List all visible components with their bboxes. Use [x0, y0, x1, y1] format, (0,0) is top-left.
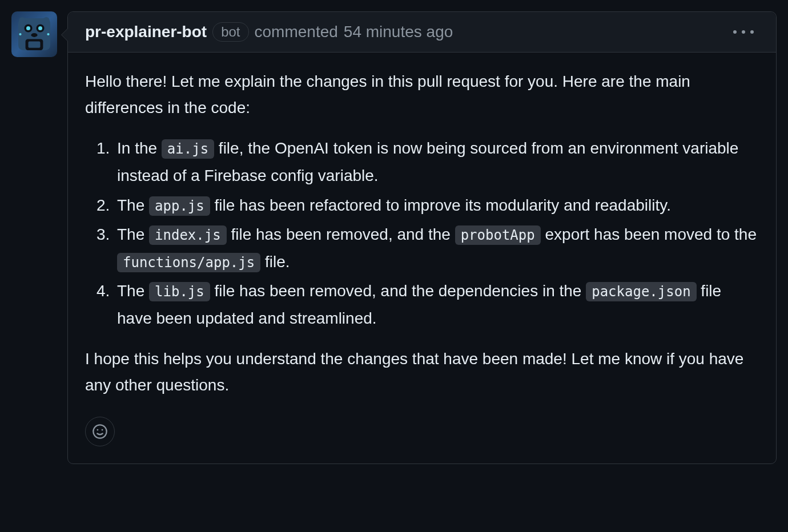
svg-point-17 — [102, 429, 103, 431]
comment-arrow — [61, 28, 68, 42]
comment-actions-menu[interactable] — [728, 25, 759, 39]
code-snippet: ai.js — [162, 139, 214, 159]
comment-header: pr-explainer-bot bot commented 54 minute… — [68, 12, 776, 53]
list-item: The index.js file has been removed, and … — [117, 221, 759, 275]
bot-avatar-icon — [14, 14, 54, 54]
svg-point-9 — [43, 17, 49, 23]
code-snippet: functions/app.js — [117, 253, 260, 272]
svg-point-13 — [742, 30, 745, 34]
code-snippet: app.js — [149, 196, 210, 216]
code-snippet: package.json — [586, 282, 696, 301]
comment-timestamp[interactable]: 54 minutes ago — [344, 23, 453, 41]
code-snippet: index.js — [149, 225, 227, 245]
smiley-icon — [92, 424, 108, 440]
svg-point-10 — [19, 33, 21, 35]
svg-point-4 — [38, 26, 42, 30]
svg-point-15 — [93, 425, 106, 438]
svg-point-16 — [97, 429, 99, 431]
kebab-icon — [731, 29, 755, 35]
comment-intro: Hello there! Let me explain the changes … — [85, 68, 759, 121]
list-item: The app.js file has been refactored to i… — [117, 192, 759, 219]
code-snippet: probotApp — [455, 225, 541, 245]
svg-point-12 — [733, 30, 737, 34]
comment-header-meta: pr-explainer-bot bot commented 54 minute… — [85, 22, 453, 42]
changes-list: In the ai.js file, the OpenAI token is n… — [85, 135, 759, 332]
comment-outro: I hope this helps you understand the cha… — [85, 346, 759, 398]
code-snippet: lib.js — [149, 282, 210, 301]
add-reaction-button[interactable] — [85, 417, 115, 446]
author-link[interactable]: pr-explainer-bot — [85, 23, 207, 41]
author-avatar[interactable] — [11, 11, 57, 57]
svg-point-11 — [47, 33, 49, 35]
svg-point-14 — [750, 30, 754, 34]
comment-body: Hello there! Let me explain the changes … — [68, 53, 776, 464]
comment-action: commented — [255, 23, 338, 41]
svg-rect-7 — [29, 42, 41, 48]
svg-point-3 — [26, 26, 30, 30]
bot-badge: bot — [212, 22, 248, 42]
list-item: In the ai.js file, the OpenAI token is n… — [117, 135, 759, 189]
svg-point-8 — [19, 17, 25, 23]
svg-point-5 — [31, 33, 37, 37]
list-item: The lib.js file has been removed, and th… — [117, 277, 759, 332]
comment-container: pr-explainer-bot bot commented 54 minute… — [67, 11, 777, 464]
